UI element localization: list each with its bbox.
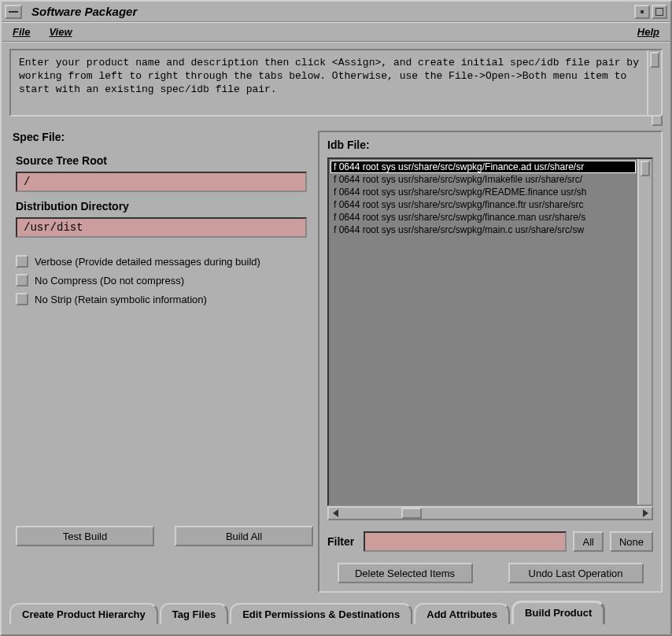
no-compress-checkbox[interactable] xyxy=(16,274,28,287)
filter-input[interactable] xyxy=(364,531,567,552)
filter-label: Filter xyxy=(327,535,354,548)
verbose-checkbox[interactable] xyxy=(16,255,28,268)
filter-all-button[interactable]: All xyxy=(573,531,603,552)
idb-file-list[interactable]: f 0644 root sys usr/share/src/swpkg/Fina… xyxy=(329,159,637,505)
source-tree-root-label: Source Tree Root xyxy=(16,154,315,167)
spec-file-label: Spec File: xyxy=(13,131,315,143)
filter-none-button[interactable]: None xyxy=(610,531,653,552)
distribution-directory-input[interactable] xyxy=(16,217,307,238)
arrow-right-icon[interactable] xyxy=(639,508,652,519)
maximize-icon[interactable] xyxy=(652,5,667,19)
menu-view[interactable]: View xyxy=(49,26,72,38)
resize-handle-icon[interactable] xyxy=(652,115,663,126)
info-panel: Enter your product name and description … xyxy=(9,49,663,116)
delete-selected-button[interactable]: Delete Selected Items xyxy=(338,563,473,583)
build-all-button[interactable]: Build All xyxy=(175,526,313,546)
idb-horizontal-scrollbar[interactable] xyxy=(327,506,653,520)
tab-build-product[interactable]: Build Product xyxy=(511,601,605,624)
window-title: Software Packager xyxy=(31,5,633,18)
undo-last-button[interactable]: Undo Last Operation xyxy=(508,563,644,583)
info-text: Enter your product name and description … xyxy=(11,50,647,115)
source-tree-root-input[interactable] xyxy=(16,172,307,192)
no-strip-label: No Strip (Retain symbolic information) xyxy=(35,294,207,305)
arrow-left-icon[interactable] xyxy=(329,508,342,519)
idb-vertical-scrollbar[interactable] xyxy=(637,159,652,505)
no-strip-checkbox[interactable] xyxy=(16,293,28,305)
info-scrollbar[interactable] xyxy=(647,50,661,115)
window-menu-icon[interactable] xyxy=(5,5,22,19)
menu-file[interactable]: File xyxy=(13,26,30,38)
list-item[interactable]: f 0644 root sys usr/share/src/swpkg/fina… xyxy=(330,198,636,211)
list-item[interactable]: f 0644 root sys usr/share/src/swpkg/main… xyxy=(330,224,636,236)
verbose-label: Verbose (Provide detailed messages durin… xyxy=(35,256,260,268)
list-item[interactable]: f 0644 root sys usr/share/src/swpkg/fina… xyxy=(330,211,636,224)
minimize-icon[interactable] xyxy=(634,5,650,19)
no-compress-label: No Compress (Do not compress) xyxy=(35,275,184,287)
tab-edit-permissions-destinations[interactable]: Edit Permissions & Destinations xyxy=(230,603,412,624)
idb-file-label: Idb File: xyxy=(327,139,653,151)
menu-help[interactable]: Help xyxy=(637,26,659,38)
tab-create-product-hierarchy[interactable]: Create Product Hierarchy xyxy=(9,603,158,624)
list-item[interactable]: f 0644 root sys usr/share/src/swpkg/Imak… xyxy=(330,173,636,186)
distribution-directory-label: Distribution Directory xyxy=(16,200,315,213)
list-item[interactable]: f 0644 root sys usr/share/src/swpkg/Fina… xyxy=(330,161,636,173)
list-item[interactable]: f 0644 root sys usr/share/src/swpkg/READ… xyxy=(330,186,636,198)
test-build-button[interactable]: Test Build xyxy=(16,526,154,546)
tab-tag-files[interactable]: Tag Files xyxy=(160,603,228,624)
tab-add-attributes[interactable]: Add Attributes xyxy=(414,603,510,624)
